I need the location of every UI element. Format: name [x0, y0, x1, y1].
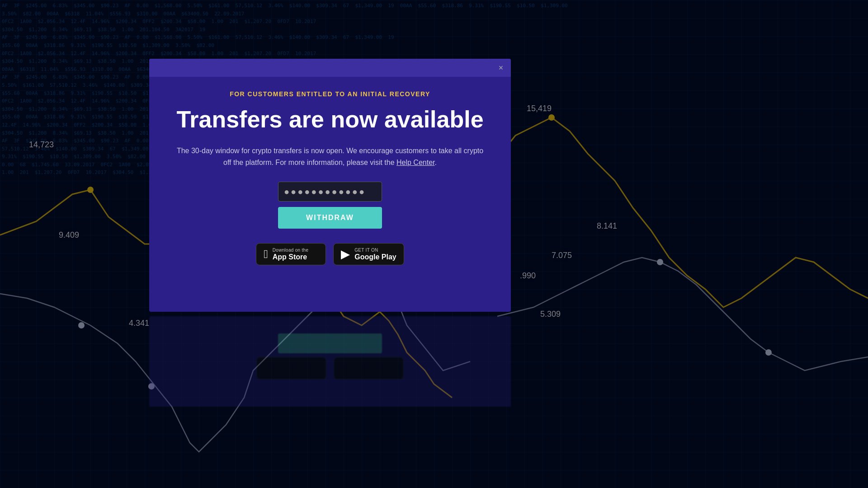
amount-input[interactable]: ●●●●●●●●●●●●	[278, 182, 382, 202]
google-play-line2: Google Play	[354, 253, 396, 261]
apple-icon: 	[264, 247, 268, 261]
app-store-button[interactable]:  Download on the App Store	[256, 243, 326, 265]
app-store-buttons:  Download on the App Store ▶ GET IT ON …	[256, 243, 404, 265]
google-play-text: GET IT ON Google Play	[354, 248, 396, 261]
modal-title: Transfers are now available	[176, 107, 483, 132]
modal-top-bar: ×	[149, 59, 511, 77]
app-store-line1: Download on the	[273, 248, 309, 253]
close-button[interactable]: ×	[496, 63, 505, 72]
modal-dialog: × FOR CUSTOMERS ENTITLED TO AN INITIAL R…	[149, 59, 511, 312]
google-play-button[interactable]: ▶ GET IT ON Google Play	[333, 243, 404, 265]
play-icon: ▶	[341, 247, 350, 261]
input-mask: ●●●●●●●●●●●●	[284, 187, 366, 197]
modal-reflection	[149, 316, 511, 407]
google-play-line1: GET IT ON	[354, 248, 396, 253]
withdraw-button[interactable]: WITHDRAW	[278, 207, 382, 229]
help-center-link[interactable]: Help Center	[396, 159, 435, 166]
modal-subtitle: FOR CUSTOMERS ENTITLED TO AN INITIAL REC…	[230, 90, 430, 98]
app-store-line2: App Store	[273, 253, 309, 261]
app-store-text: Download on the App Store	[273, 248, 309, 261]
modal-body-text: The 30-day window for crypto transfers i…	[176, 145, 484, 168]
